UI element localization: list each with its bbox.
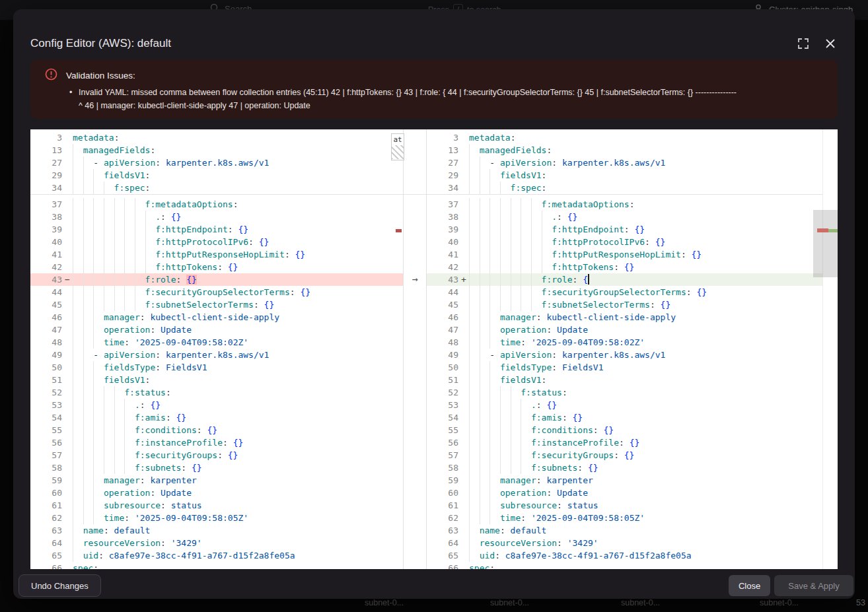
config-editor-dialog: Config Editor (AWS): default Validation …	[13, 9, 855, 599]
unchanged-region-widget[interactable]: at	[391, 133, 404, 160]
diff-gutter: →	[403, 129, 427, 569]
diff-sign	[62, 562, 73, 569]
code-line[interactable]: 51fieldsV1:	[30, 374, 403, 386]
code-line[interactable]: 39f:httpEndpoint: {}	[30, 223, 403, 236]
scrollbar-thumb[interactable]	[813, 210, 838, 277]
code-line[interactable]: 61subresource: status	[30, 499, 403, 512]
close-button[interactable]	[823, 37, 838, 51]
code-line[interactable]: 62time: '2025-09-04T09:58:05Z'	[427, 512, 822, 524]
modified-pane[interactable]: 3metadata:13managedFields:27- apiVersion…	[427, 129, 822, 569]
code-line[interactable]: 63name: default	[30, 524, 403, 537]
code-line[interactable]: 53.: {}	[30, 399, 403, 411]
code-line[interactable]: 62time: '2025-09-04T09:58:05Z'	[30, 512, 403, 524]
diff-sign	[62, 311, 73, 323]
code-line[interactable]: 66spec:	[427, 562, 822, 569]
code-line[interactable]: 49- apiVersion: karpenter.k8s.aws/v1	[30, 349, 403, 361]
code-line[interactable]: 3metadata:	[30, 131, 403, 144]
code-line[interactable]: 34f:spec:	[30, 182, 403, 194]
code-line[interactable]: 29fieldsV1:	[30, 169, 403, 182]
code-text: f:httpProtocolIPv6: {}	[73, 236, 403, 248]
code-line[interactable]: 51fieldsV1:	[427, 374, 822, 386]
code-line[interactable]: 43+f:role: {	[427, 273, 822, 286]
code-line[interactable]: 59manager: karpenter	[30, 474, 403, 487]
code-line[interactable]: 27- apiVersion: karpenter.k8s.aws/v1	[427, 156, 822, 169]
code-line[interactable]: 55f:conditions: {}	[30, 424, 403, 436]
code-line[interactable]: 64resourceVersion: '3429'	[30, 537, 403, 549]
code-line[interactable]: 45f:subnetSelectorTerms: {}	[30, 298, 403, 311]
code-line[interactable]: 40f:httpProtocolIPv6: {}	[30, 236, 403, 248]
code-line[interactable]: 29fieldsV1:	[427, 169, 822, 182]
code-line[interactable]: 60operation: Update	[30, 487, 403, 499]
code-text: manager: kubectl-client-side-apply	[73, 311, 403, 323]
code-line[interactable]: 49- apiVersion: karpenter.k8s.aws/v1	[427, 349, 822, 361]
diff-sign	[62, 537, 73, 549]
code-line[interactable]: 48time: '2025-09-04T09:58:02Z'	[427, 336, 822, 349]
validation-message-line2: ^ 46 | manager: kubectl-client-side-appl…	[79, 99, 823, 112]
code-line[interactable]: 64resourceVersion: '3429'	[427, 537, 822, 549]
code-line[interactable]: 13managedFields:	[30, 144, 403, 156]
diff-arrow-icon[interactable]: →	[404, 273, 426, 286]
code-line[interactable]: 57f:securityGroups: {}	[30, 449, 403, 461]
code-line[interactable]: 53.: {}	[427, 399, 822, 411]
dialog-close-button[interactable]: Close	[729, 575, 770, 596]
code-line[interactable]: 34f:spec:	[427, 182, 822, 194]
line-number: 53	[30, 399, 62, 411]
code-text: subresource: status	[73, 499, 403, 512]
code-line[interactable]: 56f:instanceProfile: {}	[427, 436, 822, 449]
code-line[interactable]: 57f:securityGroups: {}	[427, 449, 822, 461]
code-line[interactable]: 37f:metadataOptions:	[427, 198, 822, 211]
code-line[interactable]: 50fieldsType: FieldsV1	[427, 361, 822, 374]
line-number: 29	[427, 169, 458, 182]
code-line[interactable]: 47operation: Update	[30, 323, 403, 336]
code-line[interactable]: 52f:status:	[30, 386, 403, 399]
code-line[interactable]: 41f:httpPutResponseHopLimit: {}	[427, 248, 822, 261]
code-line[interactable]: 44f:securityGroupSelectorTerms: {}	[427, 286, 822, 298]
code-line[interactable]: 3metadata:	[427, 131, 822, 144]
code-line[interactable]: 42f:httpTokens: {}	[427, 261, 822, 273]
code-line[interactable]: 44f:securityGroupSelectorTerms: {}	[30, 286, 403, 298]
code-line[interactable]: 38.: {}	[30, 211, 403, 223]
code-line[interactable]: 13managedFields:	[427, 144, 822, 156]
code-line[interactable]: 41f:httpPutResponseHopLimit: {}	[30, 248, 403, 261]
original-pane[interactable]: 3metadata:13managedFields:27- apiVersion…	[30, 129, 403, 569]
code-line[interactable]: 52f:status:	[427, 386, 822, 399]
code-line[interactable]: 55f:conditions: {}	[427, 424, 822, 436]
code-line[interactable]: 59manager: karpenter	[427, 474, 822, 487]
code-line[interactable]: 46manager: kubectl-client-side-apply	[427, 311, 822, 323]
code-line[interactable]: 47operation: Update	[427, 323, 822, 336]
code-line[interactable]: 54f:amis: {}	[30, 411, 403, 424]
line-number: 65	[30, 549, 62, 562]
code-line[interactable]: 42f:httpTokens: {}	[30, 261, 403, 273]
code-line[interactable]: 61subresource: status	[427, 499, 822, 512]
fullscreen-button[interactable]	[796, 37, 811, 51]
code-line[interactable]: 54f:amis: {}	[427, 411, 822, 424]
code-text: .: {}	[73, 211, 403, 223]
code-line[interactable]: 60operation: Update	[427, 487, 822, 499]
code-line[interactable]: 40f:httpProtocolIPv6: {}	[427, 236, 822, 248]
code-line[interactable]: 37f:metadataOptions:	[30, 198, 403, 211]
code-line[interactable]: 39f:httpEndpoint: {}	[427, 223, 822, 236]
diff-sign	[62, 144, 73, 156]
code-line[interactable]: 66spec:	[30, 562, 403, 569]
code-line[interactable]: 38.: {}	[427, 211, 822, 223]
code-line[interactable]: 65uid: c8afe97e-38cc-4f91-a767-d15f2a8fe…	[427, 549, 822, 562]
diff-sign	[62, 198, 73, 211]
diff-sign	[62, 512, 73, 524]
code-text: .: {}	[469, 399, 822, 411]
code-line[interactable]: 63name: default	[427, 524, 822, 537]
line-number: 3	[30, 131, 62, 144]
diff-sign	[458, 286, 469, 298]
code-line[interactable]: 43−f:role: {}	[30, 273, 403, 286]
code-line[interactable]: 65uid: c8afe97e-38cc-4f91-a767-d15f2a8fe…	[30, 549, 403, 562]
line-number: 61	[427, 499, 458, 512]
code-line[interactable]: 58f:subnets: {}	[30, 461, 403, 474]
code-line[interactable]: 50fieldsType: FieldsV1	[30, 361, 403, 374]
code-line[interactable]: 58f:subnets: {}	[427, 461, 822, 474]
code-line[interactable]: 48time: '2025-09-04T09:58:02Z'	[30, 336, 403, 349]
code-line[interactable]: 46manager: kubectl-client-side-apply	[30, 311, 403, 323]
code-line[interactable]: 45f:subnetSelectorTerms: {}	[427, 298, 822, 311]
code-line[interactable]: 56f:instanceProfile: {}	[30, 436, 403, 449]
undo-changes-button[interactable]: Undo Changes	[18, 574, 101, 597]
code-line[interactable]: 27- apiVersion: karpenter.k8s.aws/v1	[30, 156, 403, 169]
line-number: 66	[30, 562, 62, 569]
